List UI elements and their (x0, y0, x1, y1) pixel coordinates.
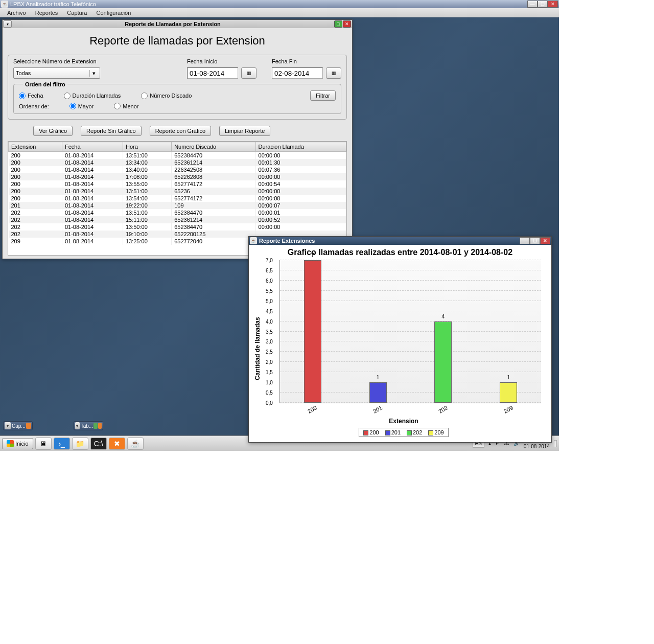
fecha-inicio-label: Fecha Inicio (187, 58, 256, 64)
chart-ytick: 3,0 (266, 339, 273, 344)
chart-ytick: 4,5 (266, 308, 273, 314)
maximize-button[interactable]: ☐ (538, 1, 548, 8)
radio-menor[interactable]: Menor (114, 103, 138, 109)
app-title: LPBX Analizador tráfico Telefónico (10, 1, 527, 7)
chart-minimize-button[interactable]: — (520, 237, 530, 244)
taskbar-icon-cmd[interactable]: C:\ (90, 438, 107, 450)
legend-item: 209 (428, 429, 443, 435)
minimize-button[interactable]: — (527, 1, 538, 8)
chart-ytick: 7,0 (266, 258, 273, 263)
chevron-down-icon: ▾ (5, 422, 11, 429)
chart-xlabel: Extension (261, 418, 546, 425)
chart-window: ☕ Reporte Extensiones — ☐ ✕ Grafico llam… (248, 236, 552, 443)
report-window-titlebar: ▾ Reporte de Llamadas por Extension □ ✕ (3, 20, 352, 28)
radio-duracion[interactable]: Duración Llamadas (64, 93, 121, 99)
ver-grafico-button[interactable]: Ver Gráfico (33, 126, 73, 136)
fecha-fin-input[interactable] (272, 67, 323, 79)
taskbar-icon-xampp[interactable]: ✖ (109, 438, 125, 450)
radio-fecha[interactable]: Fecha (19, 93, 43, 99)
close-button[interactable]: ✕ (548, 1, 558, 8)
reporte-sin-grafico-button[interactable]: Reporte Sin Gráfico (81, 126, 142, 136)
select-extension-label: Seleccione Número de Extension (13, 58, 172, 64)
chart-close-button[interactable]: ✕ (540, 237, 550, 244)
chart-ytick: 6,0 (266, 278, 273, 283)
chart-ytick: 3,5 (266, 329, 273, 334)
chart-ytick: 5,5 (266, 288, 273, 293)
table-row[interactable]: 20201-08-201415:11:0065236121400:00:52 (9, 216, 346, 223)
table-row[interactable]: 20001-08-201413:34:0065236121400:01:30 (9, 159, 346, 166)
table-row[interactable]: 20001-08-201413:51:006523600:00:00 (9, 188, 346, 195)
menu-reportes[interactable]: Reportes (31, 9, 62, 17)
reporte-con-grafico-button[interactable]: Reporte con Gráfico (150, 126, 211, 136)
chart-bar: 1 (369, 382, 387, 403)
ordenar-de-label: Ordenar de: (19, 103, 49, 109)
taskbar-icon-powershell[interactable]: ›_ (54, 438, 70, 450)
radio-numero[interactable]: Número Discado (141, 93, 192, 99)
legend-item: 202 (407, 429, 422, 435)
menu-archivo[interactable]: Archivo (3, 9, 30, 17)
table-header[interactable]: Numero Discado (172, 142, 255, 152)
table-row[interactable]: 20001-08-201413:51:0065238447000:00:00 (9, 152, 346, 159)
report-window-title: Reporte de Llamadas por Extension (12, 21, 334, 27)
taskbar-icon-1[interactable]: 🖥 (35, 438, 52, 450)
java-icon: ☕ (1, 1, 8, 8)
fecha-inicio-calendar-button[interactable]: ▦ (241, 67, 256, 79)
extension-select[interactable]: Todas ▾ (13, 67, 100, 79)
table-header[interactable]: Extension (9, 142, 62, 152)
chart-ylabel: Cantidad de llamadas (254, 317, 261, 380)
menu-captura[interactable]: Captura (63, 9, 91, 17)
taskbar-icon-explorer[interactable]: 📁 (72, 438, 88, 450)
chart-bar: 4 (434, 321, 452, 403)
minimized-window-cap[interactable]: ▾ Cap... (3, 421, 33, 430)
table-header[interactable]: Hora (123, 142, 171, 152)
menubar: Archivo Reportes Captura Configuración (0, 8, 559, 17)
menu-config[interactable]: Configuración (92, 9, 135, 17)
table-row[interactable]: 20001-08-201413:55:0065277417200:00:54 (9, 180, 346, 188)
chart-bar: 1 (500, 382, 517, 403)
table-header[interactable]: Fecha (62, 142, 123, 152)
app-titlebar: ☕ LPBX Analizador tráfico Telefónico — ☐… (0, 0, 559, 8)
chart-ytick: 2,0 (266, 359, 273, 365)
chart-maximize-button[interactable]: ☐ (530, 237, 540, 244)
minimized-window-tab[interactable]: ▾ Tab... (74, 421, 103, 430)
table-row[interactable]: 20101-08-201419:22:0010900:00:07 (9, 202, 346, 209)
chart-plot-area: 0,00,51,01,52,02,53,03,54,04,55,05,56,06… (279, 260, 541, 403)
legend-item: 200 (363, 429, 379, 435)
chart-ytick: 1,0 (266, 380, 273, 385)
chart-ytick: 0,5 (266, 390, 273, 396)
radio-mayor[interactable]: Mayor (69, 103, 94, 109)
table-row[interactable]: 20001-08-201417:08:0065226280800:00:00 (9, 173, 346, 180)
fecha-inicio-input[interactable] (187, 67, 238, 79)
orden-legend: Orden del filtro (23, 81, 67, 87)
java-icon: ☕ (250, 237, 257, 244)
table-row[interactable]: 20201-08-201413:51:0065238447000:00:01 (9, 209, 346, 216)
chevron-down-icon: ▾ (89, 70, 98, 77)
chart-title: Grafico llamadas realizadas entre 2014-0… (254, 248, 546, 257)
start-button[interactable]: Inicio (2, 438, 33, 449)
window-maximize-button[interactable]: □ (334, 20, 342, 28)
table-row[interactable]: 20201-08-201413:50:0065238447000:00:00 (9, 223, 346, 231)
limpiar-reporte-button[interactable]: Limpiar Reporte (219, 126, 270, 136)
chart-ytick: 5,0 (266, 298, 273, 304)
window-menu-icon[interactable]: ▾ (4, 20, 12, 28)
extension-select-value: Todas (16, 70, 31, 76)
maximize-icon (94, 423, 97, 429)
filtrar-button[interactable]: Filtrar (310, 90, 336, 101)
table-row[interactable]: 20001-08-201413:40:0022634250800:07:36 (9, 166, 346, 173)
report-window: ▾ Reporte de Llamadas por Extension □ ✕ … (2, 19, 353, 259)
chevron-down-icon: ▾ (75, 422, 80, 429)
table-header[interactable]: Duracion Llamada (255, 142, 346, 152)
fecha-fin-calendar-button[interactable]: ▦ (326, 67, 341, 79)
chart-legend: 200201202209 (359, 428, 448, 437)
chart-ytick: 0,0 (266, 400, 273, 406)
chart-window-title: Reporte Extensiones (259, 238, 520, 244)
chart-ytick: 2,5 (266, 349, 273, 355)
table-row[interactable]: 20001-08-201413:54:0065277417200:00:08 (9, 195, 346, 202)
chart-window-titlebar: ☕ Reporte Extensiones — ☐ ✕ (249, 237, 551, 245)
restore-icon (26, 423, 31, 429)
chart-bar: 7 (304, 260, 321, 403)
show-desktop-button[interactable] (554, 440, 557, 447)
restore-icon (98, 423, 102, 429)
taskbar-icon-java[interactable]: ☕ (127, 438, 144, 450)
window-close-button[interactable]: ✕ (343, 20, 351, 28)
